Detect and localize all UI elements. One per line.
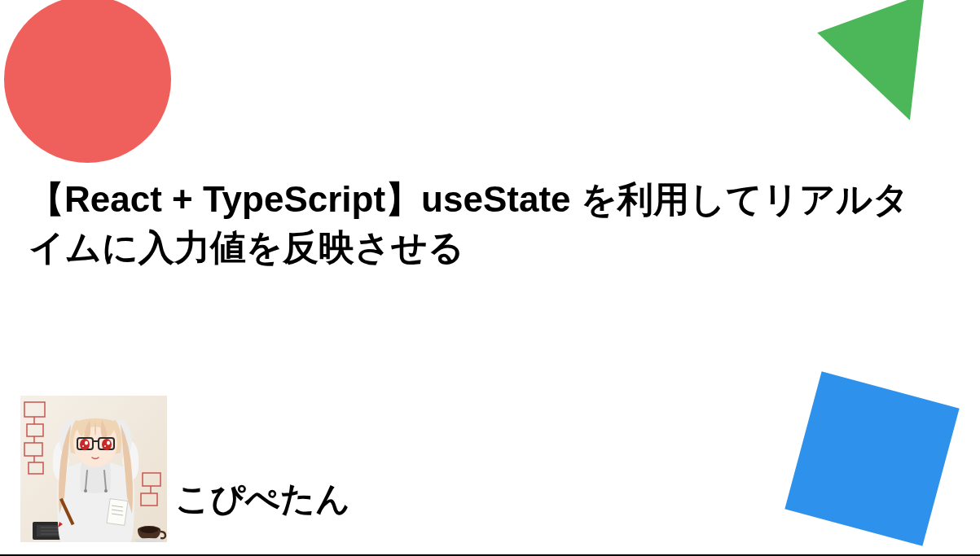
svg-rect-8	[141, 493, 157, 506]
svg-point-23	[82, 445, 84, 447]
svg-rect-2	[24, 443, 42, 456]
svg-point-24	[104, 445, 106, 447]
svg-point-22	[107, 441, 110, 445]
decorative-circle	[4, 0, 171, 163]
author-avatar	[20, 396, 167, 542]
svg-rect-33	[107, 499, 128, 526]
svg-point-27	[84, 489, 87, 493]
decorative-square	[784, 371, 959, 545]
svg-point-29	[68, 499, 87, 528]
author-section: こぴぺたん	[20, 396, 350, 542]
svg-rect-3	[29, 462, 43, 474]
svg-rect-7	[143, 473, 160, 486]
svg-point-38	[140, 527, 158, 533]
author-name: こぴぺたん	[175, 476, 350, 522]
decorative-triangle	[817, 0, 963, 140]
article-title: 【React + TypeScript】useState を利用してリアルタイム…	[29, 175, 931, 272]
svg-point-28	[104, 489, 108, 493]
svg-rect-0	[24, 402, 45, 417]
svg-point-39	[134, 538, 164, 542]
svg-point-21	[85, 441, 88, 445]
svg-rect-1	[27, 424, 43, 436]
svg-point-19	[80, 439, 90, 450]
svg-point-20	[102, 439, 112, 450]
